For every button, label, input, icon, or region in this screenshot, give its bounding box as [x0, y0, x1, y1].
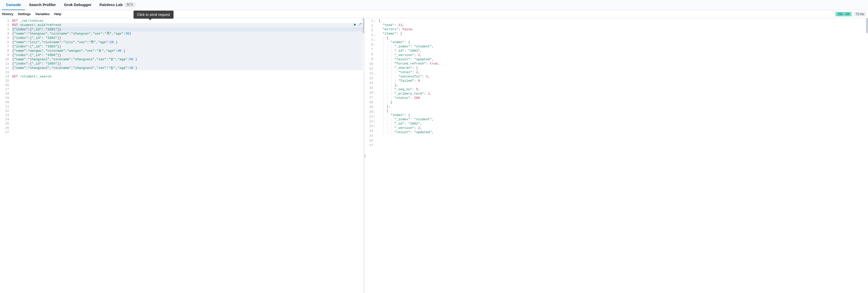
wrench-icon[interactable]: [358, 23, 362, 27]
request-line[interactable]: [12, 96, 364, 100]
request-line[interactable]: {"index":{"_id": "1001"}}: [12, 27, 363, 31]
request-gutter: 1234567891011121314151617181920212223242…: [0, 18, 12, 293]
request-scrollbar-thumb[interactable]: [363, 18, 364, 33]
response-line[interactable]: | | | "_id": "1002",: [379, 121, 868, 126]
toolbar: History Settings Variables Help 200 - OK…: [0, 10, 868, 18]
request-line[interactable]: GET _cat/indices: [12, 19, 364, 23]
request-line[interactable]: [12, 113, 364, 117]
response-line[interactable]: | | | "_index": "student",: [379, 45, 868, 49]
tab-painless-lab[interactable]: Painless Lab BETA: [95, 0, 139, 10]
tab-grok-debugger[interactable]: Grok Debugger: [60, 0, 95, 10]
request-line[interactable]: [12, 105, 364, 109]
request-line[interactable]: PUT student/_bulk?refresh: [12, 23, 363, 27]
response-line[interactable]: | | | | "total": 2,: [379, 70, 868, 75]
response-line[interactable]: | | | },: [379, 83, 868, 87]
response-line[interactable]: "items": [: [379, 31, 868, 36]
response-line[interactable]: | | | | "failed": 0: [379, 79, 868, 83]
request-line[interactable]: [12, 109, 364, 113]
response-line[interactable]: | {: [379, 36, 868, 40]
response-scrollbar-thumb[interactable]: [866, 18, 868, 33]
request-line[interactable]: {"name":"zhangsan1","nickname":"zhangsan…: [12, 57, 363, 61]
request-line[interactable]: GET /student/_search: [12, 75, 364, 79]
request-scrollbar-track: [363, 18, 364, 293]
editor-panes: 1234567891011121314151617181920212223242…: [0, 18, 868, 293]
response-line[interactable]: "took": 11,: [379, 23, 868, 27]
response-line[interactable]: | | | "_version": 2,: [379, 53, 868, 57]
response-line[interactable]: | | | "_id": "1001",: [379, 49, 868, 53]
request-line[interactable]: [12, 91, 364, 96]
toolbar-variables[interactable]: Variables: [35, 12, 50, 16]
response-line[interactable]: | | "index": {: [379, 40, 868, 45]
status-badge-latency: 72 ms: [854, 12, 866, 17]
response-line[interactable]: | | | | "successful": 1,: [379, 75, 868, 79]
request-line[interactable]: [12, 79, 364, 83]
response-line[interactable]: | {: [379, 109, 868, 113]
request-line[interactable]: [12, 121, 364, 126]
tab-bar: Console Search Profiler Grok Debugger Pa…: [0, 0, 868, 10]
play-icon[interactable]: [354, 23, 357, 27]
response-line[interactable]: | | "index": {: [379, 113, 868, 117]
response-line[interactable]: | | | "_seq_no": 5,: [379, 87, 868, 91]
tab-painless-lab-label: Painless Lab: [99, 2, 123, 7]
toolbar-history[interactable]: History: [2, 12, 13, 16]
request-pane: 1234567891011121314151617181920212223242…: [0, 18, 365, 293]
request-line[interactable]: [12, 126, 364, 130]
response-line[interactable]: | | | "_index": "student",: [379, 117, 868, 121]
toolbar-help[interactable]: Help: [54, 12, 61, 16]
request-line[interactable]: [12, 70, 364, 75]
beta-badge: BETA: [125, 3, 135, 6]
response-line[interactable]: | | | "result": "updated",: [379, 130, 868, 135]
response-line[interactable]: | | | "_primary_term": 1,: [379, 91, 868, 96]
send-request-tooltip: Click to send request: [133, 10, 174, 19]
request-line[interactable]: {"name":"lisi","nickname":"lisi","sex":"…: [12, 40, 363, 45]
tab-console[interactable]: Console: [2, 0, 25, 10]
tab-search-profiler[interactable]: Search Profiler: [25, 0, 60, 10]
request-line[interactable]: [12, 100, 364, 105]
response-line[interactable]: | | | "result": "updated",: [379, 57, 868, 61]
response-line[interactable]: | },: [379, 105, 868, 109]
request-line[interactable]: {"index":{"_id": "1003"}}: [12, 45, 363, 49]
request-line[interactable]: [12, 83, 364, 87]
toolbar-settings[interactable]: Settings: [18, 12, 31, 16]
pane-splitter[interactable]: ||: [365, 154, 365, 157]
response-pane: 1▾2 3 4▾5▾6▾7 8 9 10 11 12▾13 14 15 16▾1…: [365, 18, 868, 293]
request-line[interactable]: {"name":"zhangsan2","nickname":"zhangsan…: [12, 66, 363, 70]
response-line[interactable]: {: [379, 19, 868, 23]
request-line[interactable]: [12, 130, 364, 135]
request-line[interactable]: {"name":"zhangsan","nickname":"zhangsan"…: [12, 31, 363, 36]
response-gutter: 1▾2 3 4▾5▾6▾7 8 9 10 11 12▾13 14 15 16▾1…: [365, 18, 379, 293]
request-line[interactable]: {"index":{"_id": "1004"}}: [12, 53, 363, 57]
response-editor[interactable]: { "took": 11, "errors": false, "items": …: [379, 18, 868, 293]
request-editor[interactable]: GET _cat/indicesPUT student/_bulk?refres…: [12, 18, 364, 293]
request-line[interactable]: {"name":"wangwu","nickname":"wangwu","se…: [12, 49, 363, 53]
request-line[interactable]: {"index":{"_id": "1002"}}: [12, 36, 363, 40]
response-line[interactable]: | | | "forced_refresh": true,: [379, 61, 868, 66]
request-line[interactable]: {"index":{"_id": "1005"}}: [12, 61, 363, 66]
request-line[interactable]: [12, 87, 364, 91]
response-line[interactable]: | | | "_shards": {: [379, 66, 868, 70]
response-line[interactable]: | | }: [379, 100, 868, 105]
response-scrollbar-track: [866, 18, 868, 293]
request-line[interactable]: [12, 117, 364, 121]
response-line[interactable]: | | | "status": 200: [379, 96, 868, 100]
status-badge-ok: 200 - OK: [836, 12, 851, 17]
response-line[interactable]: "errors": false,: [379, 27, 868, 31]
response-line[interactable]: | | | "_version": 2,: [379, 126, 868, 130]
